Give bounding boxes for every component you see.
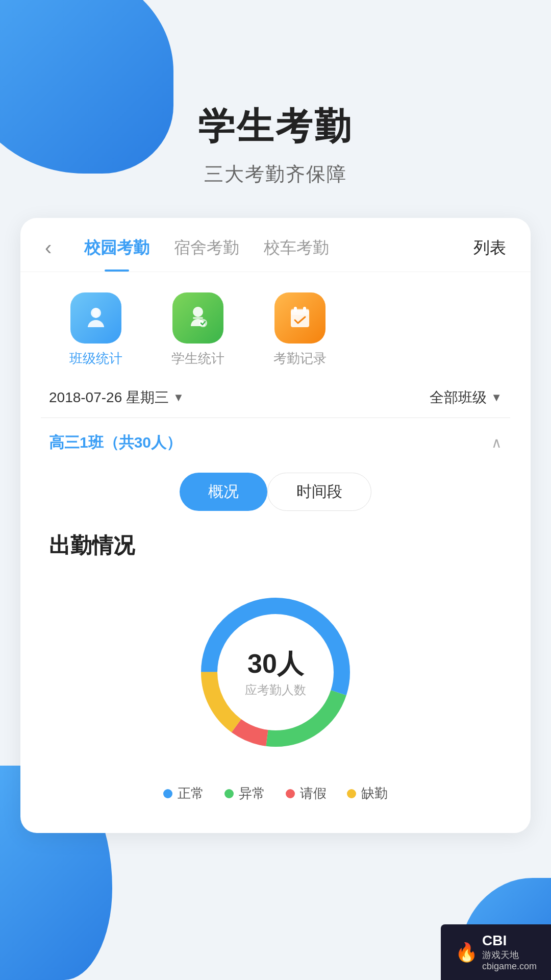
tab-campus-attendance[interactable]: 校园考勤 (72, 237, 162, 272)
filter-row: 2018-07-26 星期三 ▼ 全部班级 ▼ (20, 378, 531, 418)
total-label: 应考勤人数 (245, 682, 306, 698)
icon-row: 班级统计 学生统计 (20, 272, 531, 378)
class-header: 高三1班（共30人） ∧ (20, 418, 531, 468)
student-stats-icon (172, 292, 223, 344)
watermark-site: cbigame.com (482, 961, 537, 972)
attendance-section-title: 出勤情况 (20, 526, 531, 575)
legend-absent: 缺勤 (347, 785, 388, 802)
student-stats-label: 学生统计 (171, 350, 224, 368)
donut-center: 30人 应考勤人数 (245, 646, 306, 698)
flame-icon: 🔥 (455, 942, 478, 963)
attendance-record-label: 考勤记录 (273, 350, 327, 368)
tab-back-button[interactable]: ‹ (45, 236, 52, 272)
toggle-overview[interactable]: 概况 (180, 473, 267, 511)
tab-dorm-attendance[interactable]: 宿舍考勤 (162, 237, 252, 272)
svg-point-1 (193, 307, 203, 317)
watermark-brand: CBI (482, 933, 537, 949)
chart-area: 30人 应考勤人数 (20, 575, 531, 779)
legend-leave: 请假 (286, 785, 327, 802)
legend-dot-abnormal (224, 789, 234, 798)
header-section: 学生考勤 三大考勤齐保障 (0, 0, 551, 218)
svg-rect-5 (291, 309, 309, 315)
svg-rect-7 (303, 307, 306, 312)
legend-row: 正常 异常 请假 缺勤 (20, 779, 531, 813)
tab-bus-attendance[interactable]: 校车考勤 (252, 237, 341, 272)
page-subtitle: 三大考勤齐保障 (0, 161, 551, 187)
icon-class-stats[interactable]: 班级统计 (45, 292, 147, 368)
class-stats-icon (70, 292, 121, 344)
icon-student-stats[interactable]: 学生统计 (147, 292, 249, 368)
toggle-row: 概况 时间段 (20, 468, 531, 526)
tab-list[interactable]: 列表 (473, 237, 506, 272)
watermark-subtitle: 游戏天地 (482, 949, 537, 961)
legend-dot-normal (163, 789, 172, 798)
attendance-record-icon (274, 292, 325, 344)
date-filter[interactable]: 2018-07-26 星期三 ▼ (49, 388, 184, 407)
date-dropdown-arrow: ▼ (173, 391, 184, 404)
main-card: ‹ 校园考勤 宿舍考勤 校车考勤 列表 班级统计 (20, 218, 531, 833)
legend-dot-absent (347, 789, 356, 798)
class-stats-label: 班级统计 (69, 350, 122, 368)
total-count: 30人 (245, 646, 306, 682)
svg-rect-2 (193, 317, 203, 319)
svg-rect-6 (294, 307, 297, 312)
legend-abnormal: 异常 (224, 785, 265, 802)
page-title: 学生考勤 (0, 102, 551, 151)
toggle-timeslot[interactable]: 时间段 (267, 473, 371, 511)
class-filter[interactable]: 全部班级 ▼ (430, 388, 502, 407)
class-dropdown-arrow: ▼ (491, 391, 502, 404)
donut-chart: 30人 应考勤人数 (189, 585, 362, 759)
legend-dot-leave (286, 789, 295, 798)
tabs-row: ‹ 校园考勤 宿舍考勤 校车考勤 列表 (20, 218, 531, 272)
class-name: 高三1班（共30人） (49, 432, 182, 453)
watermark: 🔥 CBI 游戏天地 cbigame.com (441, 924, 551, 980)
legend-normal: 正常 (163, 785, 204, 802)
collapse-button[interactable]: ∧ (491, 434, 502, 451)
icon-attendance-record[interactable]: 考勤记录 (249, 292, 351, 368)
